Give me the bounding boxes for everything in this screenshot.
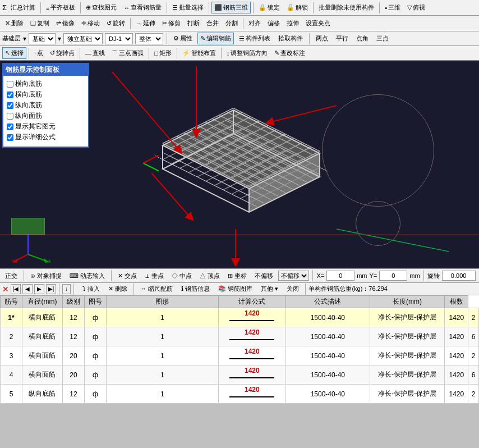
- cell-grade: ф: [84, 327, 106, 346]
- break-btn[interactable]: 打断: [185, 17, 202, 29]
- checkbox-heng-bottom-1-input[interactable]: [7, 81, 13, 88]
- flat-board-btn[interactable]: ≡ 平齐板板: [43, 2, 78, 13]
- checkbox-other-elements[interactable]: 显示其它图元: [7, 122, 85, 131]
- edit-rebar-icon: ✎: [200, 35, 205, 42]
- mirror-btn[interactable]: ⇌ 镜像: [53, 17, 77, 29]
- view-mode-select[interactable]: 整体: [135, 33, 163, 44]
- line-btn[interactable]: — 直线: [82, 47, 108, 59]
- checkbox-zong-bottom-input[interactable]: [7, 102, 13, 109]
- stretch-btn[interactable]: 拉伸: [284, 17, 302, 29]
- split-btn[interactable]: 分割: [223, 17, 241, 29]
- table-row[interactable]: 2横向底筋12ф114201500-40-40净长-保护层-保护层14206: [1, 327, 479, 346]
- close-red-btn[interactable]: ✕: [2, 285, 9, 294]
- checkbox-detail-formula-input[interactable]: [7, 134, 13, 141]
- three-point-btn[interactable]: 三点: [374, 33, 392, 44]
- y-input[interactable]: [379, 271, 407, 281]
- smart-layout-btn[interactable]: ⚡ 智能布置: [179, 47, 219, 59]
- perp-btn[interactable]: ⊥ 垂点: [142, 271, 167, 281]
- rebar-info-btn[interactable]: ℹ 钢筋信息: [178, 284, 213, 294]
- delete-btn[interactable]: ✕ 删除: [2, 17, 26, 29]
- vertex-btn[interactable]: △ 顶点: [197, 271, 223, 281]
- checkbox-heng-bottom-1[interactable]: 横向底筋: [7, 79, 85, 89]
- status-bar: 正交 ⊙ 对象捕捉 ⌨ 动态输入 ✕ 交点 ⊥ 垂点 ◇ 中点 △ 顶点 ⊞ 坐…: [0, 268, 479, 283]
- down-btn[interactable]: ↓: [62, 284, 71, 294]
- capture-btn[interactable]: ⊙ 对象捕捉: [27, 271, 65, 281]
- del-row-btn[interactable]: ✕ 删除: [105, 284, 131, 294]
- rect-btn[interactable]: □ 矩形: [151, 47, 174, 59]
- table-row[interactable]: 4横向面筋20ф114201500-40-40净长-保护层-保护层14206: [1, 365, 479, 385]
- arc-btn[interactable]: ⌒ 三点画弧: [109, 47, 146, 59]
- viewport[interactable]: 钢筋显示控制面板 横向底筋 横向底筋 纵向底筋 纵向面筋 显示其它图元 显示详细…: [0, 61, 479, 268]
- merge-btn[interactable]: 合并: [204, 17, 222, 29]
- control-panel: 钢筋显示控制面板 横向底筋 横向底筋 纵向底筋 纵向面筋 显示其它图元 显示详细…: [2, 63, 89, 148]
- extend-btn[interactable]: → 延伸: [133, 17, 158, 29]
- point-btn[interactable]: · 点: [31, 47, 46, 59]
- checkbox-detail-formula[interactable]: 显示详细公式: [7, 132, 85, 142]
- select-icon: ↖: [5, 49, 10, 57]
- table-row[interactable]: 3横向面筋20ф114201500-40-40净长-保护层-保护层14202: [1, 346, 479, 365]
- rebar-library-btn[interactable]: 📚 钢筋图库: [215, 284, 256, 294]
- insert-btn[interactable]: ⤵ 插入: [79, 284, 103, 294]
- angle-btn[interactable]: 点角: [353, 33, 371, 44]
- no-offset-btn[interactable]: 不偏移: [252, 271, 276, 281]
- checkbox-heng-bottom-2-input[interactable]: [7, 92, 13, 98]
- offset-select[interactable]: 不偏移: [278, 271, 309, 281]
- ortho-btn[interactable]: 正交: [2, 271, 20, 281]
- check-annotation-btn[interactable]: ✎ 查改标注: [271, 47, 308, 59]
- sep-s2: [111, 270, 112, 281]
- cell-count: 6: [468, 365, 479, 385]
- parallel-btn[interactable]: 平行: [333, 33, 351, 44]
- pick-component-btn[interactable]: 拾取构件: [275, 33, 306, 44]
- midpoint-btn[interactable]: ◇ 中点: [169, 271, 195, 281]
- play-btn[interactable]: ▶: [34, 284, 44, 294]
- checkbox-other-elements-input[interactable]: [7, 124, 13, 130]
- adjust-direction-btn[interactable]: ↕ 调整钢筋方向: [224, 47, 271, 59]
- dynamic-input-btn[interactable]: ⌨ 动态输入: [67, 271, 108, 281]
- two-point-btn[interactable]: 两点: [313, 33, 331, 44]
- other-btn[interactable]: 其他 ▾: [257, 284, 282, 294]
- offset-btn[interactable]: 偏移: [265, 17, 283, 29]
- 3d-view-btn[interactable]: ▪ 三维: [382, 2, 403, 13]
- layer-type-select[interactable]: 基础: [29, 33, 56, 44]
- checkbox-zong-bottom[interactable]: 纵向底筋: [7, 100, 85, 110]
- checkbox-zong-top-input[interactable]: [7, 113, 13, 120]
- batch-delete-btn[interactable]: 批量删除未使用构件: [316, 2, 377, 13]
- find-element-btn[interactable]: ⊕ 查找图元: [83, 2, 119, 13]
- sep-s3: [312, 270, 313, 281]
- property-btn[interactable]: ⚙ 属性: [171, 33, 195, 44]
- checkbox-zong-top[interactable]: 纵向面筋: [7, 111, 85, 121]
- grip-btn[interactable]: 设置夹点: [303, 17, 333, 29]
- rotate-btn[interactable]: ↺ 旋转: [104, 17, 128, 29]
- align-btn[interactable]: 对齐: [246, 17, 264, 29]
- lock-btn[interactable]: 🔒 锁定: [256, 2, 283, 13]
- batch-select-btn[interactable]: ☰ 批量选择: [169, 2, 206, 13]
- last-btn[interactable]: ▶|: [46, 284, 56, 294]
- rotate-point-btn[interactable]: ↺ 旋转点: [47, 47, 77, 59]
- x-input[interactable]: [326, 271, 354, 281]
- rebar-3d-btn[interactable]: ⬛ 钢筋三维: [211, 2, 251, 13]
- component-list-btn[interactable]: ☰ 构件列表: [236, 33, 273, 44]
- scale-config-btn[interactable]: ↔ 缩尺配筋: [137, 284, 176, 294]
- rotate-input[interactable]: [442, 271, 476, 281]
- component-type-select[interactable]: 独立基础: [63, 33, 103, 44]
- edit-rebar-btn[interactable]: ✎ 编辑钢筋: [197, 33, 234, 44]
- checkbox-heng-bottom-2[interactable]: 横向底筋: [7, 90, 85, 99]
- cell-dia: 20: [62, 346, 84, 365]
- close-btn[interactable]: 关闭: [283, 284, 302, 294]
- trim-btn[interactable]: ✂ 修剪: [159, 17, 183, 29]
- table-row[interactable]: 1*横向底筋12ф114201500-40-40净长-保护层-保护层14202: [1, 308, 479, 327]
- top-view-btn[interactable]: ▽ 俯视: [404, 2, 428, 13]
- cell-count: 2: [468, 346, 479, 365]
- move-btn[interactable]: ✛ 移动: [79, 17, 103, 29]
- summarize-btn[interactable]: 汇总计算: [8, 2, 38, 13]
- select-btn[interactable]: ↖ 选择: [2, 47, 26, 59]
- component-id-select[interactable]: DJ-1: [105, 33, 133, 44]
- prev-btn[interactable]: ◀: [22, 284, 33, 294]
- view-rebar-btn[interactable]: ↔ 查看钢筋量: [121, 2, 164, 13]
- copy-btn[interactable]: ❑ 复制: [27, 17, 52, 29]
- intersect-btn[interactable]: ✕ 交点: [115, 271, 140, 281]
- first-btn[interactable]: |◀: [11, 284, 21, 294]
- unlock-btn[interactable]: 🔓 解锁: [284, 2, 311, 13]
- coord-btn[interactable]: ⊞ 坐标: [225, 271, 250, 281]
- table-row[interactable]: 5纵向底筋12ф114201500-40-40净长-保护层-保护层14202: [1, 385, 479, 404]
